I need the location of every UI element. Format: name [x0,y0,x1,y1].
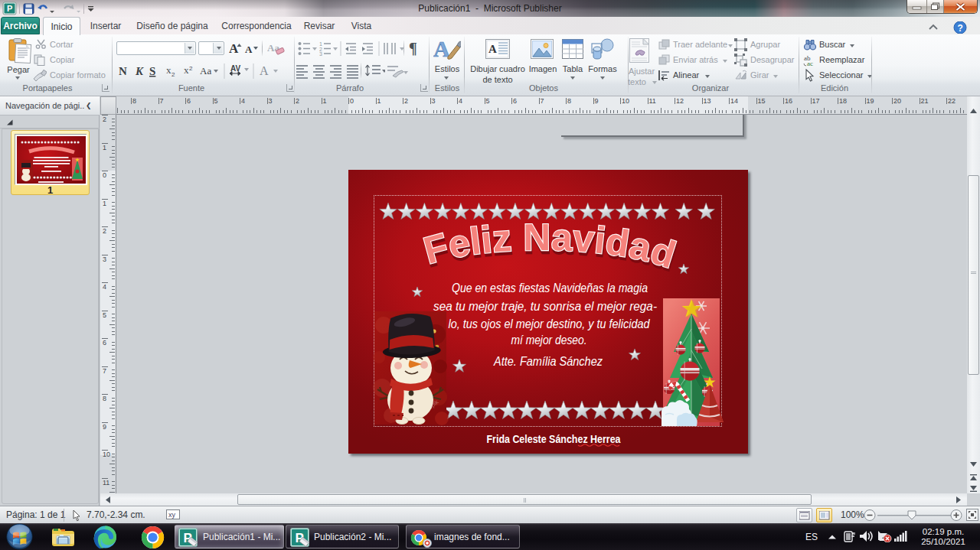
svg-text:Atte. Família Sánchez: Atte. Família Sánchez [493,354,603,369]
svg-text:N: N [119,65,127,77]
svg-text:ac: ac [807,60,813,67]
svg-text:Aa: Aa [200,65,211,76]
svg-text:x: x [166,64,172,76]
svg-text:A: A [229,41,239,56]
svg-text:?: ? [958,23,963,34]
svg-text:2: 2 [189,65,193,72]
svg-text:P: P [7,4,12,13]
svg-text:¶: ¶ [409,40,417,57]
svg-text:sea tu mejor traje, tu sonrisa: sea tu mejor traje, tu sonrisa el mejor … [433,299,657,314]
svg-text:Que en estas fiestas Navideñas: Que en estas fiestas Navideñas la magia [452,281,648,295]
svg-text:A: A [488,43,497,55]
svg-text:3: 3 [319,51,322,56]
svg-text:K: K [135,65,144,77]
svg-text:1: 1 [319,41,322,47]
svg-text:mí mejor deseo.: mí mejor deseo. [511,333,587,347]
svg-text:x: x [184,64,189,76]
svg-text:S: S [149,65,155,77]
svg-text:lo, tus ojos el mejor destino,: lo, tus ojos el mejor destino, y tu feli… [449,317,650,331]
svg-text:A: A [260,64,269,77]
svg-text:A: A [245,44,253,55]
svg-text:Frida Celeste Sánchez Herrea: Frida Celeste Sánchez Herrea [487,433,622,445]
svg-text:2: 2 [172,71,175,78]
svg-text:xy: xy [168,511,176,519]
